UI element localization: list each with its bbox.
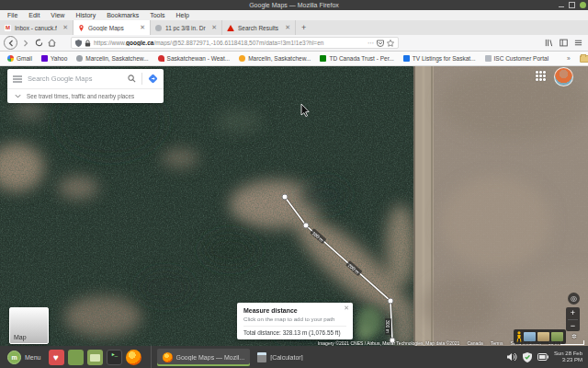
bookmark-sask-weather[interactable]: Saskatchewan - Weat... (158, 55, 231, 62)
menu-tools[interactable]: Tools (150, 12, 164, 18)
url-bar[interactable]: https://www.google.ca/maps/@52.8872971,-… (71, 37, 399, 49)
sidebar-icon[interactable] (560, 39, 568, 47)
tab-close-icon[interactable]: ✕ (209, 24, 217, 31)
directions-icon[interactable] (148, 74, 158, 84)
zoom-in-button[interactable]: + (566, 307, 580, 319)
bookmark-gmail[interactable]: Gmail (7, 55, 32, 62)
imagery-thumbnail[interactable] (551, 332, 563, 341)
other-bookmarks[interactable]: Other Bookmarks (580, 55, 588, 63)
map-type-button[interactable]: Map (9, 307, 49, 344)
dialog-close-icon[interactable]: ✕ (344, 305, 349, 311)
bookmark-marcelin-2[interactable]: Marcelin, Saskatchew... (239, 55, 311, 62)
library-icon[interactable] (545, 39, 553, 47)
tab-canadian-tire[interactable]: Search Results | Canadian T ✕ (222, 20, 296, 35)
zoom-out-button[interactable]: − (566, 320, 580, 332)
new-tab-button[interactable]: + (296, 23, 311, 32)
menu-view[interactable]: View (51, 12, 64, 18)
attribution-canada[interactable]: Canada (467, 340, 483, 346)
maps-menu-icon[interactable] (13, 75, 22, 83)
map-canvas[interactable]: 100 m 200 m 300 m Search Google Maps (0, 66, 588, 346)
lock-icon[interactable] (85, 40, 91, 47)
sun-favicon (239, 55, 245, 62)
app-menu-icon[interactable] (574, 39, 582, 47)
tab-close-icon[interactable]: ✕ (138, 24, 145, 31)
file-manager-icon[interactable] (87, 350, 103, 365)
imagery-thumbnail[interactable] (537, 332, 549, 341)
taskbar-window-calculator[interactable]: [Calculator] (252, 349, 308, 366)
keyboard-shortcuts-icon[interactable]: ✲ (571, 333, 577, 340)
search-input[interactable]: Search Google Maps (28, 75, 122, 83)
menu-label: Menu (25, 354, 41, 361)
bookmark-tv-listings[interactable]: TV Listings for Saskat... (403, 55, 476, 62)
chevron-down-icon (15, 94, 21, 98)
forward-button[interactable] (19, 37, 32, 50)
firefox-launcher-icon[interactable] (126, 350, 141, 365)
tab-homedepot[interactable]: 11 pc 3/8 in. Dr SAE Socket ✕ (151, 20, 222, 35)
bookmark-isc[interactable]: ISC Customer Portal (485, 55, 549, 62)
search-icon[interactable] (128, 75, 136, 83)
imagery-thumbnail[interactable] (524, 332, 536, 341)
reload-icon (35, 39, 43, 47)
account-avatar[interactable] (554, 67, 573, 86)
tab-close-icon[interactable]: ✕ (283, 24, 290, 31)
folder-icon (580, 55, 588, 63)
maps-search-card: Search Google Maps See travel times, tra… (7, 69, 164, 103)
maps-pin-favicon (78, 25, 85, 31)
google-apps-grid-icon[interactable] (536, 71, 546, 81)
update-shield-icon[interactable] (523, 352, 532, 362)
back-icon (7, 40, 15, 47)
my-location-icon[interactable]: ◎ (568, 293, 580, 305)
measure-point[interactable] (303, 223, 309, 228)
reload-button[interactable] (32, 37, 45, 50)
back-button[interactable] (4, 36, 17, 50)
dialog-title: Measure distance (243, 307, 346, 314)
menu-history[interactable]: History (75, 12, 96, 18)
menu-edit[interactable]: Edit (28, 12, 40, 18)
forward-icon (22, 40, 29, 47)
show-desktop-icon[interactable] (68, 350, 84, 365)
battery-icon[interactable] (537, 353, 548, 361)
taskbar-window-firefox[interactable]: Google Maps — Mozil... (157, 349, 251, 366)
measure-point[interactable] (388, 298, 393, 304)
menu-bookmarks[interactable]: Bookmarks (107, 12, 139, 18)
mint-menu-button[interactable]: m Menu (4, 348, 45, 366)
home-icon (48, 39, 56, 47)
imagery-credit: Imagery ©2021 CNES / Airbus, Maxar Techn… (318, 340, 460, 346)
gmail-favicon (7, 55, 14, 62)
bookmark-marcelin-1[interactable]: Marcelin, Saskatchew... (76, 55, 148, 62)
clock-time: 3:23 PM (554, 357, 582, 363)
globe-favicon (76, 55, 83, 62)
volume-icon[interactable] (507, 352, 517, 362)
pocket-icon[interactable] (377, 40, 384, 47)
maximize-button[interactable] (569, 2, 575, 8)
tab-close-icon[interactable]: ✕ (61, 24, 68, 31)
favorites-launcher-icon[interactable]: ♥ (49, 350, 64, 365)
tab-google-maps[interactable]: Google Maps ✕ (74, 20, 151, 35)
mint-logo-icon: m (7, 351, 21, 364)
taskbar-clock[interactable]: Sun 28 Feb 3:23 PM (554, 351, 584, 363)
bookmark-td[interactable]: TD Canada Trust - Per... (320, 55, 393, 62)
pegman-icon[interactable] (516, 331, 522, 342)
window-title: Google Maps — Mozilla Firefox (249, 2, 339, 8)
window-list: Google Maps — Mozil... [Calculator] (151, 346, 309, 368)
page-actions-icon[interactable]: ⋯ (368, 40, 374, 47)
travel-times-row[interactable]: See travel times, traffic and nearby pla… (7, 88, 164, 103)
street-view-imagery-bar (514, 329, 566, 344)
terminal-icon[interactable]: ▸_ (107, 350, 122, 365)
menu-help[interactable]: Help (176, 12, 189, 18)
measure-point[interactable] (282, 194, 288, 200)
tracking-shield-icon[interactable] (75, 40, 82, 47)
isc-favicon (485, 55, 492, 62)
bookmarks-overflow-chevron[interactable]: » (567, 55, 571, 62)
attribution-terms[interactable]: Terms (491, 340, 503, 346)
close-button[interactable] (580, 2, 586, 8)
menu-file[interactable]: File (7, 12, 17, 18)
tab-strip: M Inbox - canuck.farmboy@g ✕ Google Maps… (0, 20, 588, 35)
map-attribution: Imagery ©2021 CNES / Airbus, Maxar Techn… (0, 339, 588, 346)
window-titlebar[interactable]: Google Maps — Mozilla Firefox (0, 0, 588, 10)
bookmark-star-icon[interactable] (387, 40, 394, 47)
home-button[interactable] (45, 37, 58, 50)
bookmark-yahoo[interactable]: Yahoo (41, 55, 67, 62)
tab-gmail[interactable]: M Inbox - canuck.farmboy@g ✕ (0, 20, 74, 35)
minimize-button[interactable] (559, 6, 564, 7)
